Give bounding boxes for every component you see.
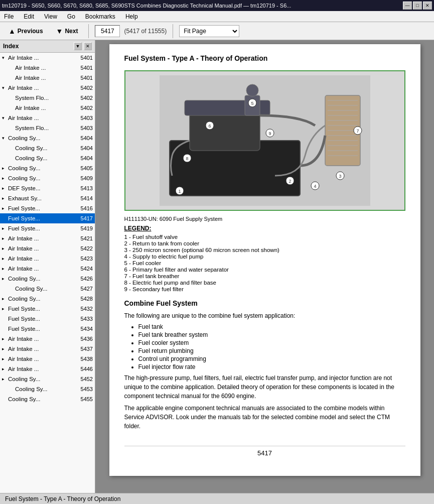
sidebar-menu-button[interactable]: ▼ [74,42,82,50]
sidebar-item-25[interactable]: ▸ Fuel Syste... 5432 [0,304,95,314]
menu-go[interactable]: Go [65,12,77,21]
sidebar-item-31[interactable]: ▸ Air Intake ... 5446 [0,364,95,374]
sidebar-item-33[interactable]: Cooling Sy... 5453 [0,384,95,394]
expand-icon: ▸ [2,306,8,311]
svg-text:8: 8 [186,156,188,161]
sidebar-item-20[interactable]: ▸ Air Intake ... 5423 [0,254,95,264]
expand-icon: ▸ [2,236,8,241]
expand-icon: ▾ [2,85,8,90]
menu-bookmarks[interactable]: Bookmarks [83,12,117,21]
sidebar-item-0[interactable]: ▾ Air Intake ... 5401 [0,53,95,63]
sidebar-item-22[interactable]: ▸ Cooling Sy... 5426 [0,274,95,284]
sidebar-item-label: Cooling Sy... [8,276,76,282]
minimize-button[interactable]: — [403,2,412,10]
menu-help[interactable]: Help [123,12,140,21]
previous-icon: ▲ [9,27,16,35]
previous-label: Previous [18,28,43,35]
sidebar-item-34[interactable]: Cooling Sy... 5455 [0,394,95,404]
sidebar-item-page: 5436 [76,336,94,342]
sidebar-item-8[interactable]: ▾ Cooling Sy... 5404 [0,133,95,143]
legend-item-7: 8 - Electric fuel pump and filter base [124,280,405,286]
sidebar-item-label: Cooling Sy... [8,175,76,181]
sidebar-item-23[interactable]: Cooling Sy... 5427 [0,284,95,294]
menu-view[interactable]: View [42,12,59,21]
fit-page-select[interactable]: Fit Page Fit Width Actual Size [179,25,239,37]
sidebar-item-label: Fuel Syste... [8,326,76,332]
sidebar-item-5[interactable]: Air Intake ... 5402 [0,103,95,113]
sidebar-item-15[interactable]: ▸ Fuel Syste... 5416 [0,203,95,213]
sidebar-item-label: Fuel Syste... [8,225,76,231]
sidebar-item-30[interactable]: ▸ Air Intake ... 5438 [0,354,95,364]
sidebar-item-4[interactable]: System Flo... 5402 [0,93,95,103]
svg-point-18 [246,84,258,96]
next-button[interactable]: ▼ Next [52,25,83,38]
sidebar-item-page: 5401 [76,65,94,71]
menu-file[interactable]: File [2,12,16,21]
page-footer-number: 5417 [257,449,272,457]
sidebar-item-label: DEF Syste... [8,185,76,191]
sidebar-item-27[interactable]: Fuel Syste... 5434 [0,324,95,334]
sidebar-item-label: Cooling Sy... [15,145,76,151]
sidebar-item-page: 5403 [76,125,94,131]
sidebar-item-page: 5416 [76,205,94,211]
sidebar-item-19[interactable]: ▸ Air Intake ... 5422 [0,243,95,254]
document-title: Fuel System - Type A - Theory of Operati… [124,54,405,62]
intro-text: The following are unique to the combine … [124,311,405,320]
maximize-button[interactable]: □ [413,2,422,10]
sidebar-item-1[interactable]: Air Intake ... 5401 [0,63,95,73]
sidebar-item-14[interactable]: ▸ Exhaust Sy... 5414 [0,193,95,203]
expand-icon: ▸ [2,356,8,361]
sidebar-item-32[interactable]: ▸ Cooling Sy... 5452 [0,374,95,384]
sidebar-item-page: 5414 [76,195,94,201]
page-number-input[interactable] [95,25,120,37]
sidebar-item-12[interactable]: ▸ Cooling Sy... 5409 [0,173,95,183]
sidebar-item-17[interactable]: ▸ Fuel Syste... 5419 [0,223,95,233]
sidebar-item-21[interactable]: ▸ Air Intake ... 5424 [0,264,95,274]
sidebar-items-container: ▾ Air Intake ... 5401 Air Intake ... 540… [0,53,95,404]
sidebar-item-6[interactable]: ▾ Air Intake ... 5403 [0,113,95,123]
close-button[interactable]: ✕ [423,2,432,10]
sidebar-item-26[interactable]: Fuel Syste... 5433 [0,314,95,324]
expand-icon: ▸ [2,196,8,201]
paragraph1: The high-pressure pump, fuel filters, fu… [124,373,405,401]
legend-title: LEGEND: [124,225,405,232]
sidebar-item-16[interactable]: Fuel Syste... 5417 [0,213,95,223]
sidebar-item-9[interactable]: Cooling Sy... 5404 [0,143,95,153]
sidebar-item-3[interactable]: ▾ Air Intake ... 5402 [0,83,95,93]
sidebar-item-page: 5434 [76,326,94,332]
sidebar-item-page: 5402 [76,95,94,101]
sidebar-item-7[interactable]: System Flo... 5403 [0,123,95,133]
sidebar-item-page: 5404 [76,145,94,151]
sidebar-item-24[interactable]: ▸ Cooling Sy... 5428 [0,294,95,304]
content-area[interactable]: Fuel System - Type A - Theory of Operati… [95,40,434,493]
sidebar-item-page: 5403 [76,115,94,121]
sidebar-item-2[interactable]: Air Intake ... 5401 [0,73,95,83]
bullet-item-2: Fuel cooler system [138,339,405,346]
svg-text:2: 2 [288,179,291,184]
sidebar-item-label: Cooling Sy... [8,135,76,141]
sidebar-item-28[interactable]: ▸ Air Intake ... 5436 [0,334,95,344]
previous-button[interactable]: ▲ Previous [4,25,48,38]
sidebar-item-label: Fuel Syste... [8,205,76,211]
sidebar-item-10[interactable]: Cooling Sy... 5404 [0,153,95,163]
sidebar-item-11[interactable]: ▸ Cooling Sy... 5405 [0,163,95,173]
sidebar-item-page: 5404 [76,155,94,161]
sidebar-item-page: 5427 [76,286,94,292]
title-bar: tm120719 - S650, S660, S670, S680, S685,… [0,0,434,11]
sidebar-item-label: Air Intake ... [8,356,76,362]
expand-icon: ▸ [2,276,8,281]
sidebar-item-page: 5401 [76,75,94,81]
sidebar-item-13[interactable]: ▸ DEF Syste... 5413 [0,183,95,193]
menu-edit[interactable]: Edit [22,12,36,21]
next-label: Next [65,28,78,35]
svg-text:7: 7 [356,129,359,134]
sidebar-item-29[interactable]: ▸ Air Intake ... 5437 [0,344,95,354]
sidebar-item-label: Air Intake ... [8,245,76,251]
expand-icon: ▾ [2,136,8,141]
expand-icon: ▸ [2,226,8,231]
sidebar-item-18[interactable]: ▸ Air Intake ... 5421 [0,233,95,243]
sidebar-item-label: Cooling Sy... [8,396,76,402]
sidebar-item-label: Fuel Syste... [8,316,76,322]
sidebar-close-button[interactable]: ✕ [84,42,92,50]
sidebar-item-page: 5419 [76,225,94,231]
